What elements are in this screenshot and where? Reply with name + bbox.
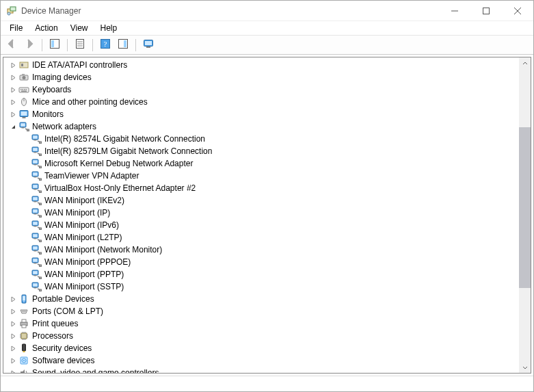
tree-node[interactable]: Mice and other pointing devices [3,96,519,108]
scroll-up-button[interactable] [519,57,531,69]
tree-node[interactable]: WAN Miniport (Network Monitor) [3,244,519,256]
network-icon [31,269,42,280]
tree-scroll-viewport: IDE ATA/ATAPI controllersImaging devices… [3,57,519,373]
network-icon [31,133,42,144]
svg-rect-73 [33,234,38,237]
tree-node[interactable]: Microsoft Kernel Debug Network Adapter [3,157,519,170]
scan-hardware-button[interactable] [140,38,157,53]
scrollbar-track[interactable] [519,69,531,361]
menu-file[interactable]: File [3,22,29,34]
expand-icon[interactable] [8,109,18,120]
tree-node[interactable]: WAN Miniport (SSTP) [3,280,519,293]
tree-node[interactable]: Print queues [3,317,519,330]
svg-point-23 [23,76,26,79]
svg-rect-86 [34,275,37,276]
tree-node[interactable]: Processors [3,330,519,342]
expand-icon[interactable] [8,306,18,317]
maximize-button[interactable] [470,1,502,21]
tree-node[interactable]: WAN Miniport (IKEv2) [3,194,519,207]
tree-node[interactable]: Sound, video and game controllers [3,367,519,373]
svg-rect-46 [34,152,37,153]
expander-placeholder [20,244,31,255]
svg-rect-67 [40,215,42,218]
network-icon [31,207,42,218]
expand-icon[interactable] [8,60,18,70]
tree-node[interactable]: WAN Miniport (L2TP) [3,231,519,244]
expand-icon[interactable] [8,96,18,107]
action-toolbar-button[interactable] [115,38,131,53]
svg-rect-66 [34,213,37,215]
svg-rect-26 [21,89,22,90]
tree-node-label: WAN Miniport (SSTP) [44,282,129,291]
menu-view[interactable]: View [64,22,94,34]
tree-node[interactable]: WAN Miniport (PPPOE) [3,256,519,268]
expand-icon[interactable] [8,293,18,304]
expand-icon[interactable] [8,330,18,341]
toolbar-separator [67,39,68,51]
expand-icon[interactable] [8,318,18,329]
tree-node[interactable]: Security devices [3,342,519,354]
menubar: FileActionViewHelp [1,21,533,36]
tree-node-label: Monitors [32,109,69,119]
printer-icon [18,318,29,329]
svg-rect-8 [51,40,54,47]
network-icon [31,183,42,194]
network-icon [31,232,42,243]
svg-rect-34 [21,112,27,116]
device-manager-window: Device Manager FileActionViewHelp ? IDE … [0,0,534,392]
expand-icon[interactable] [8,84,18,95]
help-button[interactable]: ? [97,38,114,53]
svg-rect-1 [10,7,16,11]
svg-rect-4 [483,8,490,14]
tree-node[interactable]: Ports (COM & LPT) [3,305,519,317]
tree-node[interactable]: Intel(R) 82574L Gigabit Network Connecti… [3,133,519,145]
expand-icon[interactable] [8,343,18,354]
toolbar-separator [92,39,93,51]
menu-action[interactable]: Action [29,22,64,34]
tree-node[interactable]: Software devices [3,354,519,367]
svg-rect-78 [34,250,37,252]
svg-rect-93 [23,296,25,301]
tree-node[interactable]: TeamViewer VPN Adapter [3,170,519,182]
svg-point-2 [8,12,10,15]
tree-node-label: IDE ATA/ATAPI controllers [32,60,133,70]
security-icon [18,343,29,354]
tree-node[interactable]: Imaging devices [3,71,519,83]
tree-node-label: Network adapters [32,122,102,131]
tree-node-label: Portable Devices [32,294,100,304]
expand-icon[interactable] [8,72,18,83]
tree-node-label: Software devices [32,356,100,365]
svg-rect-90 [34,287,37,289]
expand-icon[interactable] [8,355,18,366]
svg-rect-27 [23,89,24,90]
svg-rect-91 [40,289,42,291]
minimize-button[interactable] [439,1,470,21]
tree-node[interactable]: IDE ATA/ATAPI controllers [3,59,519,71]
menu-help[interactable]: Help [94,22,124,34]
collapse-icon[interactable] [8,121,18,132]
properties-button[interactable] [72,38,88,53]
tree-node[interactable]: WAN Miniport (PPTP) [3,268,519,280]
mouse-icon [18,96,29,107]
show-hide-console-tree-button[interactable] [46,38,63,53]
network-icon [31,281,42,292]
window-title: Device Manager [21,6,81,16]
tree-node[interactable]: Monitors [3,108,519,120]
scroll-down-button[interactable] [519,361,531,373]
tree-node[interactable]: WAN Miniport (IP) [3,207,519,219]
tree-node[interactable]: Intel(R) 82579LM Gigabit Network Connect… [3,145,519,157]
network-icon [31,158,42,169]
svg-rect-82 [34,263,37,264]
tree-node[interactable]: WAN Miniport (IPv6) [3,219,519,231]
scrollbar-thumb[interactable] [519,127,531,288]
forward-button [21,38,38,53]
tree-node[interactable]: Network adapters [3,120,519,133]
tree-node-label: Ports (COM & LPT) [32,306,109,316]
vertical-scrollbar[interactable] [519,57,531,373]
tree-node[interactable]: Keyboards [3,83,519,96]
software-icon [18,355,29,366]
tree-node[interactable]: Portable Devices [3,293,519,305]
expand-icon[interactable] [8,367,18,373]
close-button[interactable] [502,1,533,21]
tree-node[interactable]: VirtualBox Host-Only Ethernet Adapter #2 [3,182,519,194]
